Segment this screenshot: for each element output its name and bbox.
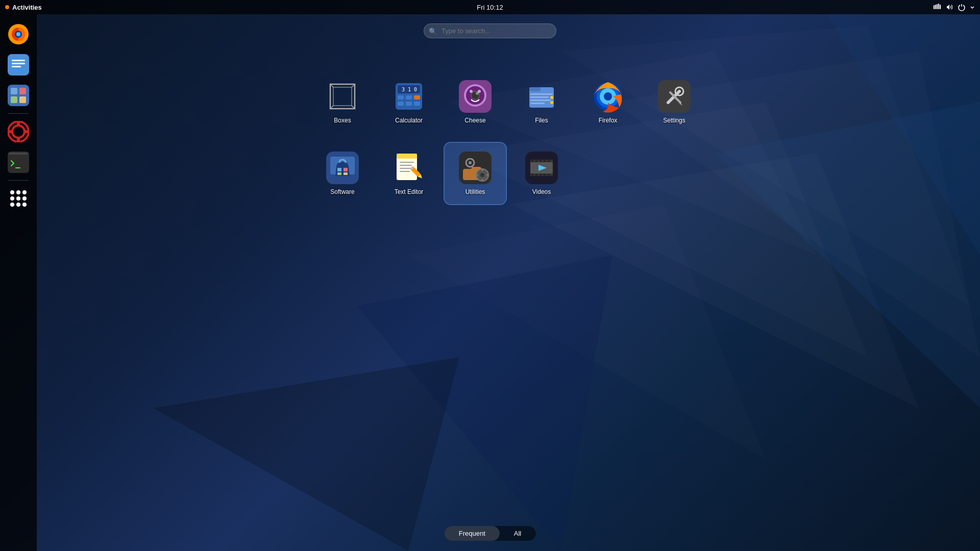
svg-rect-26 [11, 96, 17, 103]
network-icon[interactable] [933, 3, 941, 11]
svg-rect-47 [333, 87, 352, 106]
boxes-icon [326, 80, 359, 113]
svg-rect-11 [935, 5, 936, 9]
dock-item-show-apps[interactable] [5, 185, 32, 212]
svg-rect-92 [397, 154, 417, 159]
utilities-label: Utilities [465, 188, 485, 195]
svg-point-83 [678, 90, 681, 93]
app-item-settings[interactable]: Settings [644, 71, 705, 133]
svg-rect-88 [344, 168, 348, 171]
svg-rect-24 [11, 88, 17, 94]
text-editor-label: Text Editor [395, 188, 424, 195]
search-input[interactable] [424, 23, 556, 38]
svg-point-105 [481, 169, 483, 171]
power-icon[interactable] [958, 3, 966, 11]
software-label: Software [330, 188, 354, 195]
svg-rect-25 [19, 88, 26, 94]
help-dock-icon [8, 121, 29, 142]
svg-rect-121 [544, 174, 546, 176]
show-apps-dock-icon [8, 188, 29, 209]
svg-rect-115 [540, 160, 542, 162]
calculator-icon: 3 1 0 [393, 80, 425, 113]
svg-rect-31 [17, 138, 20, 142]
svg-point-39 [22, 190, 27, 194]
tab-all[interactable]: All [500, 526, 535, 541]
files-icon [525, 80, 558, 113]
dock-item-terminal[interactable] [5, 148, 32, 176]
svg-point-29 [12, 126, 24, 138]
firefox-dock-icon [8, 23, 29, 45]
svg-point-107 [481, 179, 483, 181]
settings-icon [658, 80, 691, 113]
svg-point-79 [604, 92, 612, 101]
volume-icon[interactable] [945, 3, 953, 11]
svg-rect-30 [17, 121, 20, 125]
app-item-software[interactable]: Software [312, 143, 373, 204]
svg-point-41 [16, 196, 20, 201]
svg-point-38 [16, 190, 20, 194]
svg-rect-90 [344, 172, 348, 175]
topbar: Activities Fri 10:12 [0, 0, 980, 14]
cheese-icon [459, 80, 492, 113]
app-item-calculator[interactable]: 3 1 0 Calculator [378, 71, 439, 133]
terminal-dock-icon [8, 152, 29, 173]
system-menu-icon[interactable] [970, 5, 975, 10]
svg-rect-22 [12, 66, 21, 67]
svg-rect-114 [535, 160, 537, 162]
svg-rect-59 [406, 102, 412, 106]
svg-rect-120 [540, 174, 542, 176]
svg-rect-20 [12, 60, 25, 61]
svg-point-67 [478, 90, 481, 93]
svg-point-18 [16, 32, 20, 36]
firefox-label: Firefox [599, 117, 618, 124]
dock-item-firefox[interactable] [5, 20, 32, 48]
activities-button[interactable]: Activities [5, 4, 42, 11]
app-item-utilities[interactable]: Utilities [445, 143, 506, 204]
svg-rect-87 [337, 168, 341, 171]
dock [0, 14, 37, 551]
app-item-text-editor[interactable]: Text Editor [378, 143, 439, 204]
svg-rect-58 [398, 102, 404, 106]
svg-rect-33 [25, 130, 29, 133]
svg-rect-23 [8, 85, 29, 106]
firefox-icon [592, 80, 624, 113]
app-grid-inner: Boxes 3 1 0 Calculator [302, 61, 715, 214]
dock-item-notes[interactable] [5, 51, 32, 79]
svg-point-108 [476, 174, 478, 176]
calculator-label: Calculator [395, 117, 423, 124]
dock-item-software[interactable] [5, 82, 32, 109]
svg-rect-32 [8, 130, 12, 133]
svg-rect-55 [398, 95, 404, 99]
svg-text:3 1 0: 3 1 0 [402, 87, 417, 92]
svg-rect-119 [535, 174, 537, 176]
svg-rect-57 [414, 95, 420, 99]
app-item-boxes[interactable]: Boxes [312, 71, 373, 133]
cheese-label: Cheese [464, 117, 485, 124]
svg-rect-116 [544, 160, 546, 162]
bottom-tabs: Frequent All [445, 526, 536, 541]
svg-rect-19 [8, 54, 29, 76]
dock-item-help[interactable] [5, 118, 32, 145]
svg-point-106 [486, 174, 488, 176]
svg-rect-94 [400, 165, 412, 166]
svg-rect-117 [548, 160, 550, 162]
app-item-firefox[interactable]: Firefox [577, 71, 639, 133]
svg-rect-71 [530, 96, 549, 98]
svg-rect-10 [934, 5, 935, 9]
svg-rect-122 [548, 174, 550, 176]
svg-point-37 [10, 190, 14, 194]
svg-rect-35 [9, 153, 28, 155]
tab-frequent[interactable]: Frequent [445, 526, 500, 541]
svg-rect-70 [530, 93, 553, 95]
app-item-cheese[interactable]: Cheese [445, 71, 506, 133]
svg-point-44 [16, 203, 20, 207]
svg-rect-89 [337, 172, 341, 175]
settings-label: Settings [663, 117, 685, 124]
svg-rect-46 [330, 84, 355, 109]
svg-rect-60 [414, 102, 420, 106]
notes-dock-icon [8, 54, 29, 76]
app-item-files[interactable]: Files [511, 71, 572, 133]
app-item-videos[interactable]: Videos [511, 143, 572, 204]
topbar-right-icons [933, 3, 975, 11]
svg-rect-14 [940, 5, 941, 9]
